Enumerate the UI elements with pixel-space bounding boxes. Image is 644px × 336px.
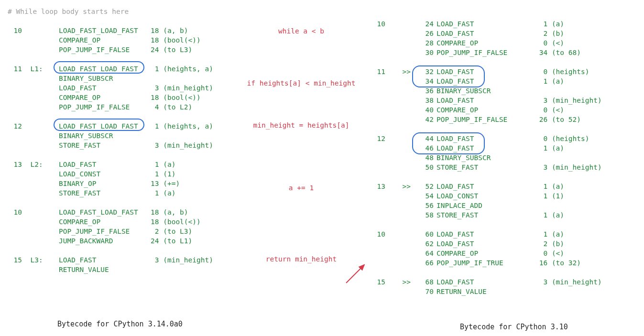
bytecode-row: POP_JUMP_IF_FALSE 4 (to L2) [8,102,213,112]
bytecode-row: 11 L1: LOAD_FAST_LOAD_FAST 1 (heights, a… [8,64,213,74]
source-annotation: while a < b [234,26,368,36]
bytecode-row: POP_JUMP_IF_FALSE 24 (to L3) [8,45,213,54]
bytecode-row: 56INPLACE_ADD [371,201,602,210]
source-annotation: if heights[a] < min_height [234,78,368,88]
bytecode-row: 26LOAD_FAST 2 (b) [371,29,602,38]
bytecode-row: LOAD_CONST 1 (1) [8,169,213,179]
bytecode-row: 10 60LOAD_FAST 1 (a) [371,229,602,239]
bytecode-row: 15 >> 68LOAD_FAST 3 (min_height) [371,277,602,287]
bytecode-row: COMPARE_OP 18 (bool(<)) [8,217,213,227]
caption-left: Bytecode for CPython 3.14.0a0 [57,319,183,329]
bytecode-row: 42POP_JUMP_IF_FALSE 26 (to 52) [371,115,602,124]
source-annotation: return min_height [234,254,368,264]
bytecode-row: 62LOAD_FAST 2 (b) [371,239,602,249]
bytecode-row: 40COMPARE_OP 0 (<) [371,105,602,115]
bytecode-row: 64COMPARE_OP 0 (<) [371,249,602,258]
svg-line-0 [346,265,364,283]
arrow-annotation [343,262,372,286]
source-annotation: a += 1 [234,183,368,193]
bytecode-row: 15 L3: LOAD_FAST 3 (min_height) [8,255,213,265]
bytecode-row: COMPARE_OP 18 (bool(<)) [8,35,213,45]
bytecode-row: 38LOAD_FAST 3 (min_height) [371,96,602,105]
bytecode-row: 70RETURN_VALUE [371,287,602,296]
caption-right: Bytecode for CPython 3.10 [460,322,568,332]
bytecode-row: 36BINARY_SUBSCR [371,86,602,96]
left-bytecode: # While loop body starts here 10 LOAD_FA… [8,7,213,274]
bytecode-row: RETURN_VALUE [8,265,213,274]
bytecode-row: COMPARE_OP 18 (bool(<)) [8,93,213,102]
comment-line: # While loop body starts here [8,7,213,16]
right-bytecode: 10 24LOAD_FAST 1 (a) 26LOAD_FAST 2 (b) 2… [371,19,602,296]
bytecode-row: 58STORE_FAST 1 (a) [371,210,602,220]
source-annotation: min_height = heights[a] [234,120,368,130]
bytecode-row: 13 L2: LOAD_FAST 1 (a) [8,160,213,169]
bytecode-row: 30POP_JUMP_IF_FALSE 34 (to 68) [371,48,602,57]
bytecode-row: 10 24LOAD_FAST 1 (a) [371,19,602,29]
bytecode-row: 13 >> 52LOAD_FAST 1 (a) [371,182,602,191]
bytecode-row: BINARY_SUBSCR [8,131,213,141]
bytecode-row: BINARY_OP 13 (+=) [8,179,213,188]
bytecode-row: POP_JUMP_IF_FALSE 2 (to L3) [8,227,213,236]
bytecode-row: 10 LOAD_FAST_LOAD_FAST 18 (a, b) [8,26,213,35]
bytecode-row: JUMP_BACKWARD 24 (to L1) [8,236,213,246]
bytecode-row: 66POP_JUMP_IF_TRUE 16 (to 32) [371,258,602,268]
bytecode-row: BINARY_SUBSCR [8,74,213,83]
bytecode-row: 54LOAD_CONST 1 (1) [371,191,602,201]
bytecode-row: 11 >> 32LOAD_FAST 0 (heights) [371,67,602,76]
bytecode-row: STORE_FAST 1 (a) [8,188,213,198]
bytecode-row: 12 LOAD_FAST_LOAD_FAST 1 (heights, a) [8,121,213,131]
bytecode-row: 34LOAD_FAST 1 (a) [371,76,602,86]
bytecode-row: 10 LOAD_FAST_LOAD_FAST 18 (a, b) [8,207,213,217]
bytecode-row: 46LOAD_FAST 1 (a) [371,143,602,153]
bytecode-row: 28COMPARE_OP 0 (<) [371,38,602,48]
bytecode-row: 48BINARY_SUBSCR [371,153,602,163]
bytecode-row: 50STORE_FAST 3 (min_height) [371,163,602,172]
bytecode-row: LOAD_FAST 3 (min_height) [8,83,213,93]
bytecode-row: 12 44LOAD_FAST 0 (heights) [371,134,602,143]
bytecode-row: STORE_FAST 3 (min_height) [8,141,213,150]
